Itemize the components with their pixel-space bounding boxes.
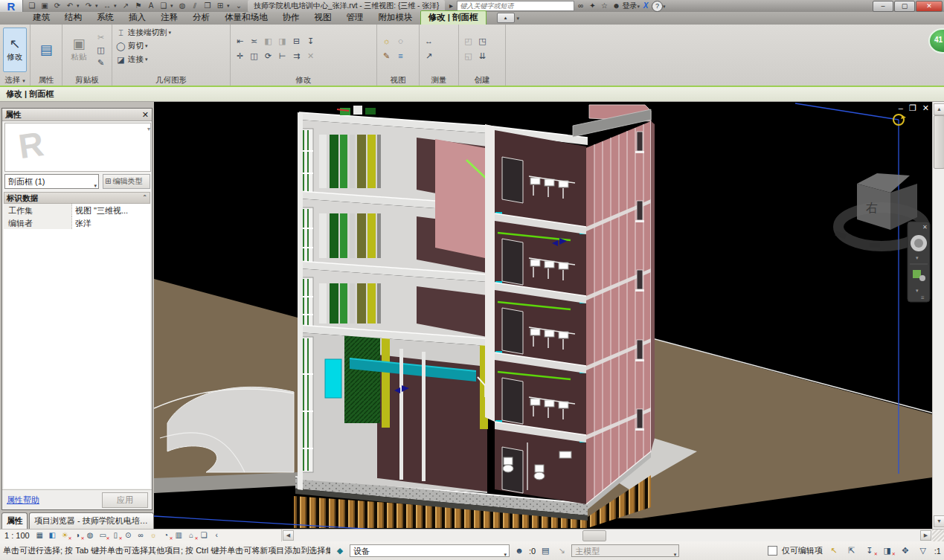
join-geometry-button[interactable]: ◪连接▾ [115, 53, 148, 66]
horizontal-scrollbar[interactable]: ◀ ▶ [281, 530, 932, 541]
offset-icon[interactable]: ≍ [248, 35, 260, 47]
scroll-down-arrow[interactable]: ▼ [934, 515, 944, 527]
search-icon[interactable]: ∞ [574, 2, 586, 10]
override-graphics-icon[interactable]: ≡ [394, 50, 407, 62]
sign-in-icon[interactable]: ☻ [610, 2, 622, 10]
rotate-icon[interactable]: ⟳ [262, 50, 274, 62]
section-icon[interactable]: ⫽ [189, 1, 201, 11]
cope-button[interactable]: ⌶连接端切割▾ [115, 26, 171, 39]
drag-on-selection-icon[interactable]: ✥ [899, 547, 912, 555]
communication-center-icon[interactable]: ✦ [586, 2, 598, 10]
create-assembly-icon[interactable]: ◱ [462, 50, 475, 62]
customize-qat-icon[interactable]: ⌄ [233, 1, 245, 11]
editable-only-checkbox[interactable] [768, 546, 777, 556]
render-icon[interactable]: ◍ [176, 1, 188, 11]
tab-view[interactable]: 视图 [307, 11, 339, 25]
tab-insert[interactable]: 插入 [121, 11, 153, 25]
navbar-more-icon[interactable]: ≡ [921, 295, 925, 301]
undo-dropdown-icon[interactable]: ▾ [77, 3, 82, 9]
navbar-zoom-dropdown-icon[interactable]: ▾ [916, 288, 919, 293]
close-button[interactable]: ✕ [916, 1, 943, 12]
maximize-button[interactable]: ▢ [894, 1, 915, 12]
vertical-scroll-thumb[interactable] [934, 115, 944, 169]
navigation-bar[interactable]: ✕ ▾ ▾ ≡ [908, 222, 930, 302]
ribbon-minimize-button[interactable]: ▴ [497, 13, 515, 23]
copy-icon[interactable]: ◫ [94, 44, 107, 56]
pin-icon[interactable]: ↧ [304, 35, 317, 47]
tab-structure[interactable]: 结构 [57, 11, 89, 25]
reveal-hidden-elements-icon[interactable]: ☼ [148, 532, 159, 539]
modify-button[interactable]: ↖ 修改 [3, 28, 27, 72]
tab-properties-palette[interactable]: 属性 [1, 512, 28, 529]
horizontal-scroll-thumb[interactable] [582, 530, 606, 541]
infocenter-collapse-icon[interactable]: ▸ [445, 2, 457, 10]
drawing-area[interactable]: – ❐ ✕ [154, 102, 932, 529]
shadows-icon[interactable]: ◑ [72, 532, 83, 539]
design-option-select[interactable]: 主模型 ▾ [571, 544, 679, 557]
tab-analyze[interactable]: 分析 [185, 11, 217, 25]
zoom-tool-icon[interactable] [913, 270, 921, 278]
identity-data-header[interactable]: 标识数据 ⌃ [4, 192, 150, 204]
unlocked-view-icon[interactable]: ⊙ [123, 532, 134, 539]
view-minimize-icon[interactable]: – [899, 103, 903, 113]
move-icon[interactable]: ✛ [234, 50, 246, 62]
type-selector[interactable]: 剖面框 (1) ▾ [4, 174, 99, 189]
viewbar-collapse-icon[interactable]: ‹ [211, 532, 222, 539]
design-options-icon[interactable]: ▤ [539, 547, 552, 555]
match-type-icon[interactable]: ✎ [94, 57, 107, 68]
favorites-icon[interactable]: ☆ [598, 2, 610, 10]
create-parts-icon[interactable]: ◰ [462, 35, 475, 47]
mirror-draw-icon[interactable]: ◨ [276, 35, 289, 47]
redo-dropdown-icon[interactable]: ▾ [95, 3, 100, 9]
selection-filter-icon[interactable]: ▽ [916, 547, 930, 555]
scroll-left-arrow[interactable]: ◀ [283, 530, 294, 541]
measure-icon[interactable]: ↔ [101, 1, 113, 11]
create-similar-icon[interactable]: ⇊ [476, 50, 489, 62]
paste-button[interactable]: ▣ 粘贴 [65, 28, 92, 71]
paintbrush-icon[interactable]: ✎ [380, 50, 393, 62]
help-dropdown-icon[interactable]: ▾ [663, 4, 666, 9]
scroll-up-arrow[interactable]: ▲ [934, 103, 944, 115]
minimize-button[interactable]: – [873, 1, 893, 12]
view3d-dropdown-icon[interactable]: ▾ [170, 3, 176, 9]
default-3d-view-icon[interactable]: ❑ [158, 1, 170, 11]
aligned-dimension-icon[interactable]: ↗ [120, 1, 132, 11]
analytical-model-icon[interactable]: ⌂ [186, 532, 197, 539]
properties-help-link[interactable]: 属性帮助 [7, 495, 39, 506]
properties-toggle-button[interactable]: ▤ [33, 28, 59, 71]
worksets-icon[interactable]: ◆ [333, 547, 347, 555]
delete-icon[interactable]: ✕ [304, 50, 317, 62]
open-icon[interactable]: ❏ [26, 1, 38, 11]
create-group-icon[interactable]: ◳ [476, 35, 489, 47]
temporary-hide-isolate-icon[interactable]: ∞ [135, 532, 147, 539]
type-selector-expand-icon[interactable]: ▾ [147, 126, 150, 132]
mirror-axis-icon[interactable]: ◧ [262, 35, 274, 47]
scroll-right-arrow[interactable]: ▶ [920, 530, 931, 541]
collapse-section-icon[interactable]: ⌃ [142, 193, 147, 203]
3d-view-canvas[interactable]: 右 ✕ ▾ ▾ ≡ [154, 102, 932, 529]
sync-icon[interactable]: ⟳ [51, 1, 63, 11]
design-options-pick-icon[interactable]: ↘ [555, 547, 568, 555]
switch-windows-icon[interactable]: ⊞ [214, 1, 226, 11]
view-scale[interactable]: 1 : 100 [4, 531, 30, 540]
view-restore-icon[interactable]: ❐ [909, 103, 916, 113]
cut-geometry-button[interactable]: ◯剪切▾ [115, 39, 148, 53]
close-hidden-windows-icon[interactable]: ❐ [202, 1, 213, 11]
apply-button[interactable]: 应用 [102, 492, 148, 508]
copy-element-icon[interactable]: ◫ [248, 50, 260, 62]
application-menu-button[interactable]: R [0, 0, 23, 12]
text-icon[interactable]: A [145, 1, 157, 11]
sign-in-label[interactable]: 登录 [622, 1, 637, 11]
edit-type-button[interactable]: ⊞ 编辑类型 [103, 174, 150, 189]
help-icon[interactable]: ? [652, 1, 663, 12]
aligned-dim-icon[interactable]: ↗ [423, 50, 435, 62]
tab-architecture[interactable]: 建筑 [25, 11, 57, 25]
exchange-apps-icon[interactable]: X [640, 2, 652, 10]
property-row-workset[interactable]: 工作集 视图 "三维视... [4, 204, 150, 217]
active-workset-select[interactable]: 设备 ▾ [350, 544, 510, 557]
select-links-icon[interactable]: ↖ [827, 547, 841, 555]
tag-icon[interactable]: ⚑ [132, 1, 144, 11]
tab-project-browser[interactable]: 项目浏览器 - 技师学院机电培训... [29, 512, 154, 529]
undo-icon[interactable]: ↶ [64, 1, 76, 11]
lightbulb-icon[interactable]: ☼ [380, 35, 393, 47]
